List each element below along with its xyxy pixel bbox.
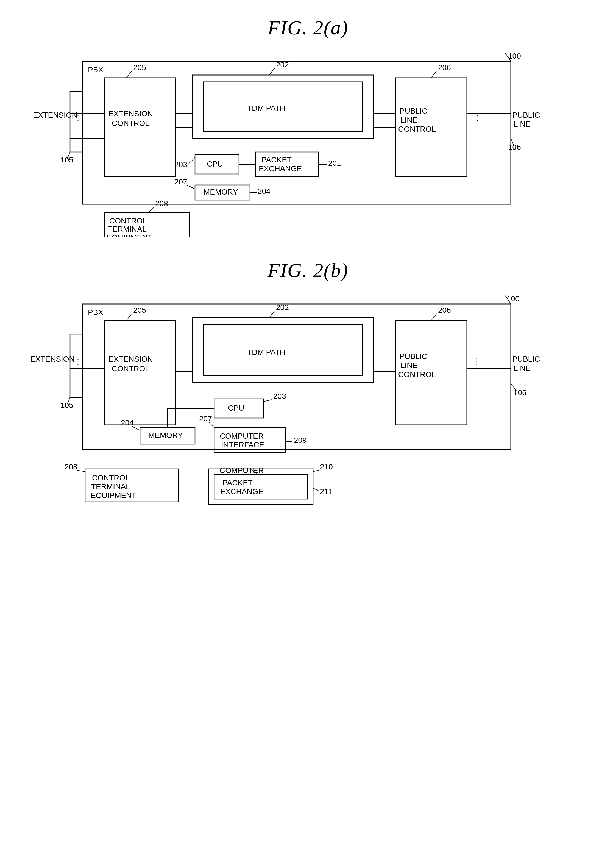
fig2a-svg: PBX 100 EXTENSION CONTROL 205 TDM PATH 2… [22, 50, 599, 237]
n105-label-a: 105 [60, 156, 73, 164]
svg-text:TERMINAL: TERMINAL [91, 482, 130, 491]
n203-label-a: 203 [175, 160, 187, 169]
n100-label-b: 100 [507, 294, 519, 303]
pub-ctrl-label-a: PUBLIC [400, 107, 427, 115]
ctrl-term-label-a: CONTROL [109, 216, 147, 225]
public-line-label-b: PUBLIC [512, 355, 540, 363]
svg-line-58 [431, 313, 437, 321]
svg-line-54 [269, 311, 275, 318]
extension-label-a: EXTENSION [33, 111, 78, 119]
svg-line-51 [126, 313, 132, 321]
n207-label-a: 207 [175, 178, 187, 186]
n206-label-a: 206 [438, 63, 451, 72]
svg-text:LINE: LINE [400, 116, 418, 124]
fig2b-title: FIG. 2(b) [22, 259, 594, 282]
svg-text:⋮: ⋮ [74, 113, 82, 122]
svg-text:LINE: LINE [513, 364, 531, 372]
n208-label-b: 208 [65, 463, 78, 471]
fig2b-svg: PBX 100 EXTENSION CONTROL 205 TDM PATH 2… [22, 293, 599, 507]
n210-label-b: 210 [320, 463, 333, 471]
svg-line-91 [77, 470, 85, 472]
svg-text:CONTROL: CONTROL [398, 370, 436, 379]
svg-line-11 [431, 71, 437, 78]
svg-text:TERMINAL: TERMINAL [108, 225, 147, 233]
n204-label-a: 204 [258, 187, 270, 196]
svg-line-66 [209, 422, 214, 428]
comp-iface-label-b: COMPUTER [220, 432, 264, 440]
fig2b-diagram: PBX 100 EXTENSION CONTROL 205 TDM PATH 2… [22, 293, 594, 507]
svg-line-13 [187, 157, 195, 166]
n204-label-b: 204 [121, 419, 134, 427]
svg-text:CONTROL: CONTROL [112, 119, 150, 128]
svg-line-43 [148, 207, 154, 212]
pbx-label-b: PBX [88, 308, 103, 317]
svg-rect-0 [82, 61, 511, 204]
svg-text:EQUIPMENT: EQUIPMENT [107, 233, 152, 237]
comp-label-b: PACKET [223, 478, 253, 487]
n100-label-a: 100 [508, 51, 521, 60]
ext-ctrl-label-b: EXTENSION [109, 355, 153, 363]
n201-label-a: 201 [328, 159, 341, 168]
pkt-exc-label-a: PACKET [261, 156, 292, 164]
tdm-path-label-a: TDM PATH [247, 104, 285, 112]
n106-label-b: 106 [513, 388, 527, 397]
cpu-label-a: CPU [207, 160, 223, 168]
n209-label-b: 209 [294, 436, 307, 444]
svg-line-60 [264, 400, 272, 401]
memory-label-b: MEMORY [148, 431, 183, 440]
memory-label-a: MEMORY [204, 188, 238, 196]
svg-text:LINE: LINE [513, 120, 531, 128]
pub-ctrl-label-b: PUBLIC [400, 352, 427, 360]
svg-text:EQUIPMENT: EQUIPMENT [91, 491, 136, 500]
pbx-label-a: PBX [88, 65, 103, 74]
svg-line-98 [313, 488, 318, 491]
svg-text:CONTROL: CONTROL [112, 365, 150, 373]
svg-line-7 [269, 68, 275, 75]
svg-text:CONTROL: CONTROL [398, 125, 436, 133]
n211-label-b: 211 [320, 487, 333, 496]
n206-label-b: 206 [438, 306, 451, 315]
svg-text:LINE: LINE [400, 361, 418, 370]
svg-text:⋮: ⋮ [74, 357, 82, 366]
svg-text:EXCHANGE: EXCHANGE [259, 164, 302, 173]
fig2a-diagram: PBX 100 EXTENSION CONTROL 205 TDM PATH 2… [22, 50, 594, 237]
svg-text:EXCHANGE: EXCHANGE [220, 487, 263, 496]
n205-label-a: 205 [133, 63, 146, 72]
page: FIG. 2(a) PBX 100 EXTENSION CONTROL 205 … [0, 0, 616, 844]
svg-line-4 [126, 71, 132, 78]
cpu-label-b: CPU [228, 404, 244, 412]
n203-label-b: 203 [273, 392, 286, 400]
ctrl-term-label-b: CONTROL [92, 473, 130, 482]
svg-text:⋮: ⋮ [472, 357, 480, 366]
svg-text:⋮: ⋮ [474, 113, 481, 122]
svg-line-97 [313, 470, 318, 472]
svg-line-19 [187, 185, 195, 189]
n105-label-b: 105 [60, 401, 73, 409]
n205-label-b: 205 [133, 306, 146, 315]
public-line-label-a: PUBLIC [512, 111, 540, 119]
extension-label-b: EXTENSION [30, 355, 75, 363]
ext-ctrl-label-a: EXTENSION [109, 109, 153, 118]
n106-label-a: 106 [508, 143, 521, 151]
fig2a-title: FIG. 2(a) [22, 16, 594, 39]
n202-label-b: 202 [276, 303, 289, 312]
n208-label-a: 208 [155, 199, 168, 208]
n202-label-a: 202 [276, 60, 289, 69]
n207-label-b: 207 [199, 415, 212, 423]
tdm-path-label-b: TDM PATH [247, 348, 285, 356]
svg-text:INTERFACE: INTERFACE [221, 441, 264, 449]
